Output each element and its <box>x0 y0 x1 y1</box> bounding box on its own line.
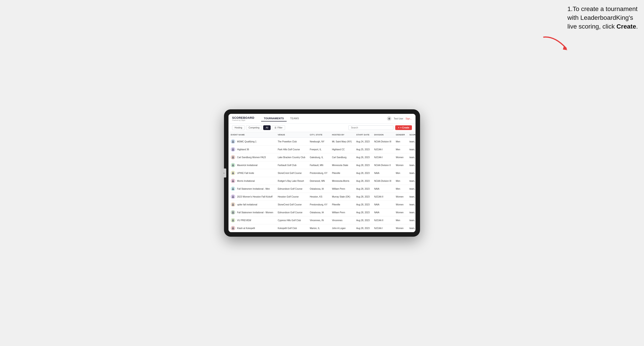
annotation-bold: Create <box>616 23 636 30</box>
table-row: 2023 Women's Hesston Fall Kickoff Hessto… <box>228 193 416 201</box>
venue-cell-7: Hesston Golf Course <box>275 193 307 201</box>
svg-marker-0 <box>563 46 568 50</box>
tab-tournaments[interactable]: TOURNAMENTS <box>261 116 286 122</box>
gender-cell-6: Men <box>394 185 407 193</box>
svg-point-10 <box>232 211 234 212</box>
sign-out-link[interactable]: Sign... <box>406 117 412 120</box>
event-icon-0 <box>231 139 235 144</box>
scoring-cell-9: team, Stroke Play <box>407 208 416 216</box>
division-cell-1: NJCAA I <box>372 146 394 154</box>
city-cell-2: Galesburg, IL <box>308 154 330 161</box>
city-cell-0: Newburgh, NY <box>308 138 330 146</box>
date-cell-3: Aug 28, 2023 <box>354 161 372 169</box>
table-row: Fall Statesmen Invitational - Women Edmu… <box>228 208 416 216</box>
date-cell-4: Aug 28, 2023 <box>354 169 372 177</box>
city-cell-11: Marion, IL <box>308 224 330 232</box>
event-name-text-11: Klash at Kokopelli <box>237 227 255 229</box>
gender-cell-7: Women <box>394 193 407 201</box>
division-cell-3: NCAA Division II <box>372 161 394 169</box>
hosted-cell-8: Pikeville <box>330 201 354 208</box>
svg-point-3 <box>232 156 234 157</box>
event-name-cell-10: VU PREVIEW <box>228 216 275 224</box>
event-name-cell-9: Fall Statesmen Invitational - Women <box>228 208 275 216</box>
event-icon-3 <box>231 163 235 167</box>
date-cell-7: Aug 28, 2023 <box>354 193 372 201</box>
date-cell-1: Aug 25, 2023 <box>354 146 372 154</box>
col-city-state: CITY, STATE <box>308 132 330 138</box>
event-name-text-3: Maverick Invitational <box>237 164 258 167</box>
tablet-frame: › SCOREBOARD Powered by Clippit TOURNAME… <box>224 109 420 237</box>
venue-cell-5: Ruttger's Bay Lake Resort <box>275 177 307 185</box>
tablet-screen: SCOREBOARD Powered by Clippit TOURNAMENT… <box>228 114 416 232</box>
event-name-cell-1: Highland 36 <box>228 146 275 154</box>
table-row: Highland 36 Park Hills Golf Course Freep… <box>228 146 416 154</box>
event-icon-9 <box>231 210 235 215</box>
svg-point-9 <box>232 203 234 204</box>
date-cell-6: Aug 28, 2023 <box>354 185 372 193</box>
event-name-text-0: MSMC Qualifying 1 <box>237 140 256 143</box>
event-icon-2 <box>231 155 235 160</box>
scoring-cell-11: team, Stroke Play <box>407 224 416 232</box>
nav-user: Test User <box>394 117 403 120</box>
scoring-cell-1: team, Stroke Play <box>407 146 416 154</box>
event-name-text-2: Carl Sandburg Women FA23 <box>237 156 266 159</box>
col-gender: GENDER <box>394 132 407 138</box>
toolbar: Hosting Competing All ☰ Filter + + Creat… <box>228 124 416 132</box>
venue-cell-10: Cypress Hills Golf Club <box>275 216 307 224</box>
svg-point-2 <box>232 148 234 149</box>
event-name-cell-6: Fall Statesmen Invitational - Men <box>228 185 275 193</box>
event-name-cell-2: Carl Sandburg Women FA23 <box>228 154 275 161</box>
venue-cell-8: StoneCrest Golf Course <box>275 201 307 208</box>
event-name-text-6: Fall Statesmen Invitational - Men <box>237 188 270 190</box>
event-name-text-5: Morris Invitational <box>237 180 255 182</box>
hosting-filter-btn[interactable]: Hosting <box>232 125 245 130</box>
division-cell-11: NJCAA I <box>372 224 394 232</box>
arrow-indicator <box>542 35 568 53</box>
hosted-cell-4: Pikeville <box>330 169 354 177</box>
scoring-cell-2: team, Stroke Play <box>407 154 416 161</box>
event-icon-6 <box>231 186 235 191</box>
gender-cell-1: Men <box>394 146 407 154</box>
search-area: + + Create <box>348 125 412 130</box>
division-cell-6: NAIA <box>372 185 394 193</box>
tab-teams[interactable]: TEAMS <box>288 116 302 122</box>
filter-btn[interactable]: ☰ Filter <box>272 125 285 130</box>
event-name-cell-3: Maverick Invitational <box>228 161 275 169</box>
venue-cell-0: The Powelton Club <box>275 138 307 146</box>
division-cell-4: NAIA <box>372 169 394 177</box>
logo-area: SCOREBOARD Powered by Clippit <box>232 116 254 121</box>
city-cell-1: Freeport, IL <box>308 146 330 154</box>
event-icon-8 <box>231 202 235 207</box>
gear-icon[interactable]: ⚙ <box>387 116 392 121</box>
create-button[interactable]: + + Create <box>395 125 412 130</box>
hosted-cell-0: Mt. Saint Mary (NY) <box>330 138 354 146</box>
gender-cell-2: Women <box>394 154 407 161</box>
division-cell-2: NJCAA I <box>372 154 394 161</box>
competing-filter-btn[interactable]: Competing <box>246 125 262 130</box>
event-name-cell-11: Klash at Kokopelli <box>228 224 275 232</box>
table-row: Fall Statesmen Invitational - Men Edmund… <box>228 185 416 193</box>
scoring-cell-8: team, Stroke Play <box>407 201 416 208</box>
event-name-cell-4: UPIKE Fall Invite <box>228 169 275 177</box>
svg-point-7 <box>232 188 234 189</box>
venue-cell-3: Faribault Golf Club <box>275 161 307 169</box>
logo-sub: Powered by Clippit <box>232 120 254 121</box>
division-cell-0: NCAA Division III <box>372 138 394 146</box>
side-scroll-handle[interactable]: › <box>222 169 226 177</box>
search-input[interactable] <box>348 125 394 130</box>
hosted-cell-11: John A Logan <box>330 224 354 232</box>
nav-tabs: TOURNAMENTS TEAMS <box>261 116 302 122</box>
tournaments-table-wrap: EVENT NAME VENUE CITY, STATE HOSTED BY S… <box>228 132 416 232</box>
city-cell-9: Oskaloosa, IA <box>308 208 330 216</box>
all-filter-btn[interactable]: All <box>263 125 270 130</box>
city-cell-3: Faribault, MN <box>308 161 330 169</box>
svg-point-8 <box>232 195 234 197</box>
col-hosted-by: HOSTED BY <box>330 132 354 138</box>
col-division: DIVISION <box>372 132 394 138</box>
division-cell-7: NJCAA II <box>372 193 394 201</box>
date-cell-9: Aug 28, 2023 <box>354 208 372 216</box>
table-row: Maverick Invitational Faribault Golf Clu… <box>228 161 416 169</box>
gender-cell-11: Women <box>394 224 407 232</box>
event-name-cell-8: upike fall invitational <box>228 201 275 208</box>
col-scoring: SCORING <box>407 132 416 138</box>
